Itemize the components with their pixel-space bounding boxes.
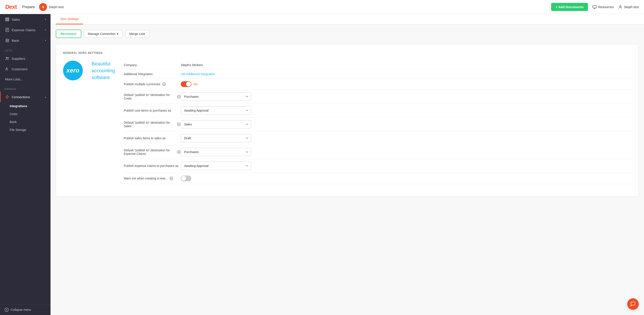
settings-row-warn: Warn me when creating a new... ? bbox=[124, 173, 632, 184]
sidebar-item-sales[interactable]: Sales ▾ bbox=[0, 14, 50, 24]
manage-connection-button[interactable]: Manage Connection ▾ bbox=[84, 30, 122, 38]
default-costs-help-icon[interactable]: ? bbox=[177, 95, 181, 99]
user-avatar: S bbox=[39, 3, 47, 11]
customers-icon bbox=[5, 67, 10, 71]
merge-lists-button[interactable]: Merge Lists bbox=[125, 30, 149, 38]
warn-toggle-knob bbox=[181, 176, 186, 181]
additional-integration-label: Additional Integration bbox=[124, 72, 181, 76]
monitor-icon bbox=[592, 5, 597, 9]
user-menu-link[interactable]: Steph test bbox=[618, 5, 639, 9]
chat-fab-button[interactable] bbox=[627, 298, 639, 310]
sidebar: Sales ▾ Expense Claims ▾ Bank ▾ LISTS S bbox=[0, 14, 50, 315]
connections-chevron: ▴ bbox=[45, 95, 46, 98]
lists-section-label: LISTS bbox=[0, 46, 50, 53]
default-sales-help-icon[interactable]: ? bbox=[177, 122, 181, 126]
top-header: Dext Prepare S Steph test + Add Document… bbox=[0, 0, 644, 14]
sales-chevron: ▾ bbox=[45, 18, 46, 21]
publish-cost-items-select[interactable]: Awaiting Approval Draft Approved bbox=[181, 106, 251, 115]
xero-tagline: Beautiful accounting software bbox=[92, 61, 115, 184]
app-body: Sales ▾ Expense Claims ▾ Bank ▾ LISTS S bbox=[0, 14, 644, 315]
publish-cost-items-label: Publish cost items to purchases as bbox=[124, 109, 181, 112]
warn-label: Warn me when creating a new... ? bbox=[124, 176, 181, 180]
publish-expense-claims-label: Publish expense claims to purchases as bbox=[124, 164, 181, 168]
warn-toggle-container bbox=[181, 176, 191, 181]
default-costs-select[interactable]: Purchases Sales Draft bbox=[181, 92, 251, 101]
settings-row-additional-integration: Additional Integration Set Additional In… bbox=[124, 70, 632, 79]
sidebar-item-connections[interactable]: Connections ▴ bbox=[0, 92, 50, 102]
sidebar-item-suppliers[interactable]: Suppliers bbox=[0, 53, 50, 64]
header-right: + Add Documents Resources Steph test bbox=[551, 3, 639, 11]
sales-icon bbox=[5, 17, 10, 22]
prepare-label: Prepare bbox=[22, 5, 35, 9]
user-icon bbox=[618, 5, 622, 9]
content-area: Reconnect Manage Connection ▾ Merge List… bbox=[50, 24, 644, 202]
publish-sales-items-select[interactable]: Draft Awaiting Approval Approved bbox=[181, 134, 251, 142]
sidebar-sub-file-storage[interactable]: File Storage bbox=[0, 126, 50, 134]
chat-icon bbox=[630, 302, 636, 307]
settings-row-publish-expense-claims: Publish expense claims to purchases as A… bbox=[124, 159, 632, 173]
publish-currencies-help-icon[interactable]: ? bbox=[162, 82, 166, 86]
publish-currencies-label: Publish multiple currencies ? bbox=[124, 82, 181, 86]
settings-panel: GENERAL XERO SETTINGS xero Beautiful acc… bbox=[56, 44, 639, 196]
settings-row-default-expense: Default "publish to" destination for Exp… bbox=[124, 145, 632, 159]
svg-point-3 bbox=[620, 6, 621, 7]
publish-sales-items-label: Publish sales items to sales as bbox=[124, 136, 181, 140]
sidebar-sub-costs[interactable]: Costs bbox=[0, 110, 50, 118]
expense-icon bbox=[5, 28, 10, 32]
suppliers-icon bbox=[5, 56, 10, 61]
collapse-menu-button[interactable]: Collapse menu bbox=[0, 304, 50, 315]
default-expense-select[interactable]: Purchases Sales Draft bbox=[181, 148, 251, 156]
logo-area: Dext Prepare bbox=[5, 4, 35, 10]
bank-icon bbox=[5, 38, 10, 42]
publish-currencies-toggle[interactable] bbox=[181, 81, 191, 87]
add-documents-button[interactable]: + Add Documents bbox=[551, 3, 588, 11]
default-costs-label: Default "publish to" destination for Cos… bbox=[124, 93, 181, 100]
svg-point-10 bbox=[6, 68, 7, 69]
sidebar-item-bank[interactable]: Bank ▾ bbox=[0, 35, 50, 46]
publish-currencies-toggle-container: On bbox=[181, 81, 198, 87]
xero-wordmark: xero bbox=[66, 67, 79, 74]
collapse-icon bbox=[4, 308, 9, 312]
reconnect-button[interactable]: Reconnect bbox=[56, 30, 81, 38]
bank-chevron: ▾ bbox=[45, 39, 46, 42]
toggle-knob bbox=[186, 82, 191, 86]
settings-section-title: GENERAL XERO SETTINGS bbox=[63, 52, 632, 54]
sidebar-item-expense-claims[interactable]: Expense Claims ▾ bbox=[0, 24, 50, 35]
warn-help-icon[interactable]: ? bbox=[169, 176, 173, 180]
tab-xero-settings[interactable]: Xero Settings bbox=[56, 14, 83, 24]
expense-chevron: ▾ bbox=[45, 28, 46, 32]
connections-icon bbox=[5, 95, 10, 99]
sidebar-sub-bank[interactable]: Bank bbox=[0, 118, 50, 126]
default-sales-select[interactable]: Sales Purchases Draft bbox=[181, 120, 251, 128]
sidebar-item-more-lists[interactable]: More Lists... bbox=[0, 74, 50, 84]
svg-point-8 bbox=[6, 57, 7, 58]
company-label: Company bbox=[124, 63, 181, 67]
action-bar: Reconnect Manage Connection ▾ Merge List… bbox=[56, 30, 639, 38]
tab-bar: Xero Settings bbox=[50, 14, 644, 24]
xero-circle-logo: xero bbox=[63, 61, 83, 80]
svg-rect-0 bbox=[592, 5, 596, 8]
svg-point-11 bbox=[5, 308, 8, 312]
toggle-on-label: On bbox=[194, 82, 198, 86]
default-expense-label: Default "publish to" destination for Exp… bbox=[124, 148, 181, 156]
company-value: Steph's Stickers bbox=[181, 63, 203, 67]
user-pill-header: S Steph test bbox=[39, 3, 64, 11]
xero-branding-area: xero Beautiful accounting software Compa… bbox=[63, 61, 632, 184]
svg-point-9 bbox=[8, 57, 8, 58]
warn-toggle[interactable] bbox=[181, 176, 191, 181]
resources-link[interactable]: Resources bbox=[592, 5, 614, 9]
set-additional-integration-link[interactable]: Set Additional Integration bbox=[181, 72, 215, 76]
dext-logo: Dext bbox=[5, 4, 17, 10]
settings-rows-container: Company Steph's Stickers Additional Inte… bbox=[124, 61, 632, 184]
logo-divider bbox=[19, 4, 20, 10]
default-sales-label: Default "publish to" destination for Sal… bbox=[124, 121, 181, 128]
publish-expense-claims-select[interactable]: Awaiting Approval Draft Approved bbox=[181, 162, 251, 170]
settings-row-publish-sales-items: Publish sales items to sales as Draft Aw… bbox=[124, 131, 632, 145]
user-name-center: Steph test bbox=[49, 5, 64, 9]
settings-row-default-costs: Default "publish to" destination for Cos… bbox=[124, 90, 632, 104]
default-expense-help-icon[interactable]: ? bbox=[177, 150, 181, 154]
xero-logo-area: xero bbox=[63, 61, 83, 184]
sidebar-item-customers[interactable]: Customers bbox=[0, 64, 50, 74]
sidebar-sub-integrations[interactable]: Integrations bbox=[0, 102, 50, 110]
manage-section-label: MANAGE bbox=[0, 84, 50, 92]
